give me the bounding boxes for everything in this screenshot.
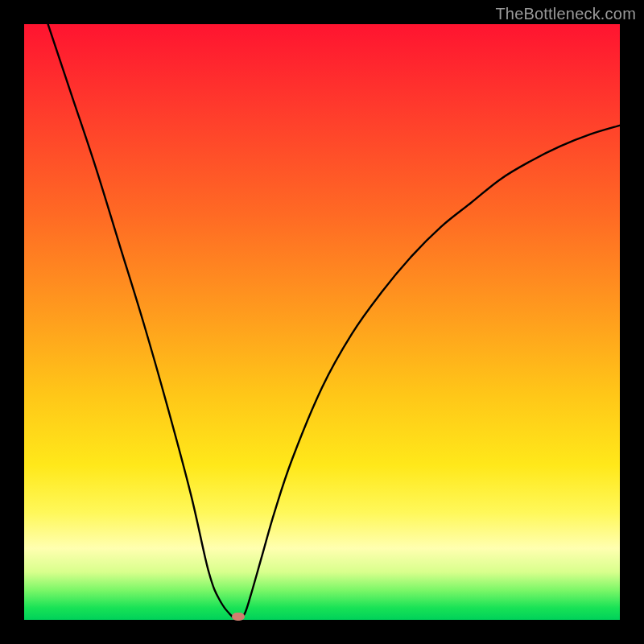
- watermark-label: TheBottleneck.com: [495, 5, 636, 23]
- valley-marker: [232, 613, 245, 621]
- chart-stage: TheBottleneck.com: [0, 0, 644, 644]
- bottleneck-curve: [24, 24, 620, 620]
- chart-plot-area: [24, 24, 620, 620]
